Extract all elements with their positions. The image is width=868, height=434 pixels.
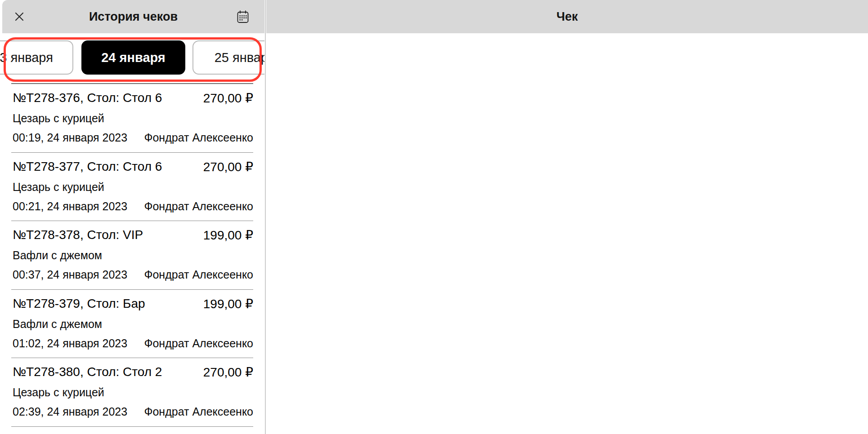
receipt-waiter: Фондрат Алексеенко: [144, 268, 253, 281]
date-tab-label: 25 января: [215, 50, 264, 65]
receipt-waiter: Фондрат Алексеенко: [144, 337, 253, 350]
receipt-amount: 199,00 ₽: [203, 297, 253, 311]
date-tab-25-january[interactable]: 25 января: [192, 40, 264, 75]
receipt-panel-title: Чек: [556, 10, 578, 24]
close-button[interactable]: [6, 0, 33, 33]
receipt-number-and-table: №Т278-377, Стол: Стол 6: [13, 159, 162, 174]
receipt-number-and-table: №Т278-379, Стол: Бар: [13, 297, 145, 311]
receipt-row[interactable]: №Т278-379, Стол: Бар 199,00 ₽ Вафли с дж…: [11, 290, 253, 359]
date-tab-23-january[interactable]: 23 января: [0, 40, 73, 75]
receipt-panel: Чек: [266, 0, 868, 434]
receipt-row[interactable]: №Т278-380, Стол: Стол 2 270,00 ₽ Цезарь …: [11, 358, 253, 427]
receipt-row[interactable]: №Т278-378, Стол: VIP 199,00 ₽ Вафли с дж…: [11, 221, 253, 290]
close-x-icon: [13, 10, 26, 23]
receipt-empty-area: [266, 33, 868, 434]
receipt-waiter: Фондрат Алексеенко: [144, 131, 253, 144]
calendar-icon: [236, 9, 250, 24]
date-tab-label: 24 января: [101, 50, 166, 65]
receipt-list: №Т278-376, Стол: Стол 6 270,00 ₽ Цезарь …: [11, 83, 253, 427]
receipt-datetime: 01:02, 24 января 2023: [13, 337, 127, 350]
receipt-number-and-table: №Т278-378, Стол: VIP: [13, 228, 143, 242]
history-panel: История чеков 23 января 24 янв: [0, 0, 264, 434]
receipt-items: Вафли с джемом: [13, 318, 102, 331]
date-tabs: 23 января 24 января 25 января: [0, 40, 264, 75]
history-header: История чеков: [2, 0, 264, 33]
receipt-items: Вафли с джемом: [13, 249, 102, 262]
date-tab-24-january[interactable]: 24 января: [81, 40, 185, 75]
history-panel-title: История чеков: [2, 0, 264, 33]
date-tab-label: 23 января: [0, 50, 53, 65]
receipt-waiter: Фондрат Алексеенко: [144, 200, 253, 213]
receipt-datetime: 00:21, 24 января 2023: [13, 200, 127, 213]
receipt-amount: 270,00 ₽: [203, 365, 253, 380]
receipt-header: Чек: [266, 0, 868, 33]
receipt-items: Цезарь с курицей: [13, 112, 104, 125]
receipt-items: Цезарь с курицей: [13, 386, 104, 399]
receipt-datetime: 00:19, 24 января 2023: [13, 131, 127, 144]
receipt-items: Цезарь с курицей: [13, 181, 104, 194]
receipt-number-and-table: №Т278-380, Стол: Стол 2: [13, 365, 162, 379]
receipt-amount: 270,00 ₽: [203, 159, 253, 174]
panel-divider: [265, 0, 266, 434]
receipt-row[interactable]: №Т278-376, Стол: Стол 6 270,00 ₽ Цезарь …: [11, 84, 253, 153]
receipt-amount: 199,00 ₽: [203, 228, 253, 243]
receipt-datetime: 02:39, 24 января 2023: [13, 405, 127, 418]
receipt-row[interactable]: №Т278-377, Стол: Стол 6 270,00 ₽ Цезарь …: [11, 153, 253, 221]
receipt-number-and-table: №Т278-376, Стол: Стол 6: [13, 91, 162, 105]
calendar-button[interactable]: [229, 0, 256, 33]
receipt-datetime: 00:37, 24 января 2023: [13, 268, 127, 281]
receipt-amount: 270,00 ₽: [203, 91, 253, 106]
receipt-waiter: Фондрат Алексеенко: [144, 405, 253, 418]
